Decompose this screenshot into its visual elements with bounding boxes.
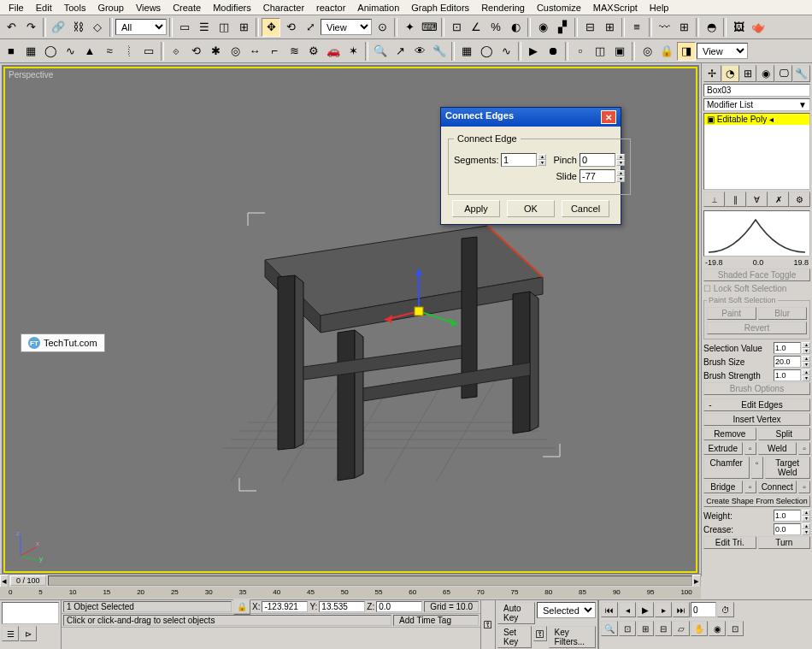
segments-input[interactable] — [501, 153, 537, 167]
rope-icon[interactable]: ∿ — [61, 42, 79, 61]
extrude-button[interactable]: Extrude — [703, 442, 743, 455]
connect-button[interactable]: Connect — [758, 481, 797, 493]
move-icon[interactable]: ✥ — [262, 18, 280, 37]
brush-size-input[interactable] — [774, 356, 801, 368]
wind-icon[interactable]: ≋ — [285, 42, 303, 61]
set-key-button[interactable]: Set Key — [497, 626, 532, 648]
weight-input[interactable] — [774, 510, 801, 522]
weld-settings-icon[interactable]: ▫ — [798, 442, 810, 455]
selection-value-input[interactable] — [774, 342, 801, 354]
motor-icon[interactable]: ⚙ — [304, 42, 323, 61]
window-crossing-icon[interactable]: ⊞ — [234, 18, 253, 37]
auto-key-button[interactable]: Auto Key — [497, 602, 535, 624]
display-tab-icon[interactable]: 🖵 — [774, 65, 792, 82]
ref-coord-combo[interactable]: View — [321, 19, 372, 35]
util-icon[interactable]: 🔧 — [430, 42, 449, 61]
menu-tools[interactable]: Tools — [59, 2, 91, 13]
extrude-settings-icon[interactable]: ▫ — [744, 442, 756, 455]
carwheel-icon[interactable]: ◎ — [226, 42, 244, 61]
bridge-settings-icon[interactable]: ▫ — [744, 481, 756, 493]
tool11-icon[interactable]: ◨ — [677, 42, 696, 61]
crease-input[interactable] — [774, 523, 801, 535]
ragdoll-icon[interactable]: ✱ — [206, 42, 225, 61]
close-icon[interactable]: ✕ — [601, 110, 616, 124]
current-frame-input[interactable] — [691, 602, 716, 617]
prismatic-icon[interactable]: ↔ — [245, 42, 264, 61]
create-shape-button[interactable]: Create Shape From Selection — [703, 495, 810, 507]
analyze-icon[interactable]: 🔍 — [371, 42, 390, 61]
goto-start-icon[interactable]: ⏮ — [601, 602, 618, 617]
rotate-icon[interactable]: ⟲ — [281, 18, 300, 37]
water-icon[interactable]: ≈ — [100, 42, 119, 61]
ok-button[interactable]: OK — [507, 200, 555, 217]
brush-options-button[interactable]: Brush Options — [703, 382, 810, 395]
angle-snap-icon[interactable]: ∠ — [467, 18, 485, 37]
create-tab-icon[interactable]: ✢ — [703, 65, 721, 82]
zoom-extents-icon[interactable]: ⊞ — [637, 621, 654, 636]
plane-icon[interactable]: ▭ — [139, 42, 158, 61]
hinge-icon[interactable]: ⟲ — [186, 42, 205, 61]
material-icon[interactable]: ◓ — [702, 18, 721, 37]
stack-editable-poly[interactable]: ▣ Editable Poly ◂ — [704, 114, 809, 125]
menu-maxscript[interactable]: MAXScript — [588, 2, 643, 13]
menu-file[interactable]: File — [3, 2, 29, 13]
rigid-body-icon[interactable]: ■ — [2, 42, 21, 61]
edit-tri-button[interactable]: Edit Tri. — [703, 536, 756, 549]
toy-car-icon[interactable]: 🚗 — [324, 42, 343, 61]
display-icon[interactable]: 👁 — [410, 42, 429, 61]
menu-grapheditors[interactable]: Graph Editors — [406, 2, 474, 13]
maximize-viewport-icon[interactable]: ⊡ — [727, 621, 744, 636]
revert-button[interactable]: Revert — [707, 322, 807, 334]
preview-icon[interactable]: ▶ — [524, 42, 543, 61]
weld-button[interactable]: Weld — [758, 442, 797, 455]
key-mode-combo[interactable]: Selected — [537, 602, 596, 618]
listener-icon[interactable]: ☰ — [2, 626, 19, 641]
menu-views[interactable]: Views — [131, 2, 166, 13]
align-icon[interactable]: ⊟ — [580, 18, 599, 37]
spinner-snap-icon[interactable]: ◐ — [506, 18, 525, 37]
remove-mod-icon[interactable]: ✗ — [768, 192, 789, 207]
prompt-icon[interactable]: ⊳ — [20, 626, 37, 641]
link-icon[interactable]: 🔗 — [49, 18, 68, 37]
arc-rotate-icon[interactable]: ◉ — [709, 621, 726, 636]
tool8-icon[interactable]: ▣ — [610, 42, 629, 61]
deforming-mesh-icon[interactable]: ▲ — [80, 42, 99, 61]
pivot-icon[interactable]: ⊙ — [373, 18, 391, 37]
menu-animation[interactable]: Animation — [352, 2, 404, 13]
curve-editor-icon[interactable]: 〰 — [655, 18, 674, 37]
configure-icon[interactable]: ⚙ — [789, 192, 810, 207]
chamfer-settings-icon[interactable]: ▫ — [751, 457, 763, 479]
shaded-face-button[interactable]: Shaded Face Toggle — [703, 268, 810, 281]
slide-input[interactable] — [580, 169, 615, 183]
key-filters-button[interactable]: Key Filters... — [549, 626, 596, 648]
modifier-stack[interactable]: ▣ Editable Poly ◂ — [703, 113, 810, 190]
menu-reactor[interactable]: reactor — [311, 2, 350, 13]
maxscript-mini-listener[interactable] — [2, 602, 59, 624]
lock-selection-icon[interactable]: 🔒 — [233, 599, 250, 615]
redo-icon[interactable]: ↷ — [21, 18, 40, 37]
apply-button[interactable]: Apply — [452, 200, 500, 217]
key-icon[interactable]: ⚿ — [484, 620, 492, 629]
show-result-icon[interactable]: ∥ — [725, 192, 746, 207]
tool7-icon[interactable]: ◫ — [591, 42, 609, 61]
view-combo-2[interactable]: View — [697, 43, 748, 59]
menu-character[interactable]: Character — [258, 2, 309, 13]
zoom-all-icon[interactable]: ⊡ — [619, 621, 636, 636]
menu-customize[interactable]: Customize — [532, 2, 586, 13]
turn-button[interactable]: Turn — [758, 536, 811, 549]
ljoint-icon[interactable]: ⌐ — [265, 42, 284, 61]
undo-icon[interactable]: ↶ — [2, 18, 21, 37]
fracture-icon[interactable]: ✶ — [344, 42, 362, 61]
cloth-icon[interactable]: ▦ — [21, 42, 40, 61]
bridge-button[interactable]: Bridge — [703, 481, 743, 493]
tool10-icon[interactable]: 🔒 — [657, 42, 676, 61]
tool9-icon[interactable]: ◎ — [638, 42, 656, 61]
key-icon2[interactable]: ⚿ — [533, 626, 546, 641]
menu-rendering[interactable]: Rendering — [476, 2, 530, 13]
cancel-button[interactable]: Cancel — [562, 200, 609, 217]
insert-vertex-button[interactable]: Insert Vertex — [703, 413, 810, 426]
spinner-down-icon[interactable]: ▾ — [538, 160, 546, 166]
menu-group[interactable]: Group — [92, 2, 129, 13]
spring-icon[interactable]: ⦚ — [120, 42, 138, 61]
bind-icon[interactable]: ◇ — [88, 18, 107, 37]
